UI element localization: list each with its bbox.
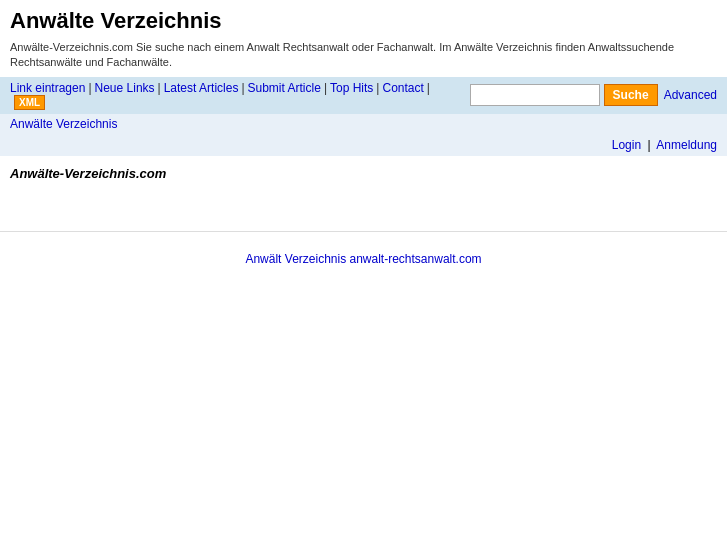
- xml-badge[interactable]: XML: [14, 95, 45, 110]
- search-area: Suche Advanced: [470, 84, 717, 106]
- footer-link-2[interactable]: anwalt-rechtsanwalt.com: [350, 252, 482, 266]
- nav-separator-5: |: [376, 81, 379, 95]
- footer: Anwält Verzeichnis anwalt-rechtsanwalt.c…: [0, 231, 727, 286]
- nav-link-articles[interactable]: Latest Articles: [164, 81, 239, 95]
- nav-link-contact[interactable]: Contact: [382, 81, 423, 95]
- navigation-bar: Link eintragen | Neue Links | Latest Art…: [0, 77, 727, 114]
- page-title: Anwälte Verzeichnis: [10, 8, 717, 34]
- search-input[interactable]: [470, 84, 600, 106]
- nav-link-neue[interactable]: Neue Links: [95, 81, 155, 95]
- nav-links: Link eintragen | Neue Links | Latest Art…: [10, 81, 468, 110]
- nav-separator-6: |: [427, 81, 430, 95]
- footer-link-1[interactable]: Anwält Verzeichnis: [245, 252, 346, 266]
- nav-separator-2: |: [158, 81, 161, 95]
- nav-link-submit[interactable]: Submit Article: [248, 81, 321, 95]
- search-button[interactable]: Suche: [604, 84, 658, 106]
- page-description: Anwälte-Verzeichnis.com Sie suche nach e…: [0, 38, 727, 77]
- main-content: Anwälte-Verzeichnis.com: [0, 156, 727, 191]
- nav-link-eintragen[interactable]: Link eintragen: [10, 81, 85, 95]
- login-area: Login | Anmeldung: [0, 134, 727, 156]
- breadcrumb-link[interactable]: Anwälte Verzeichnis: [10, 117, 117, 131]
- nav-separator-4: |: [324, 81, 327, 95]
- login-link[interactable]: Login: [612, 138, 641, 152]
- site-name: Anwälte-Verzeichnis.com: [10, 166, 166, 181]
- breadcrumb-bar: Anwälte Verzeichnis: [0, 114, 727, 134]
- nav-separator-1: |: [88, 81, 91, 95]
- nav-separator-3: |: [241, 81, 244, 95]
- login-separator: |: [647, 138, 650, 152]
- nav-link-tophits[interactable]: Top Hits: [330, 81, 373, 95]
- register-link[interactable]: Anmeldung: [656, 138, 717, 152]
- advanced-link[interactable]: Advanced: [664, 88, 717, 102]
